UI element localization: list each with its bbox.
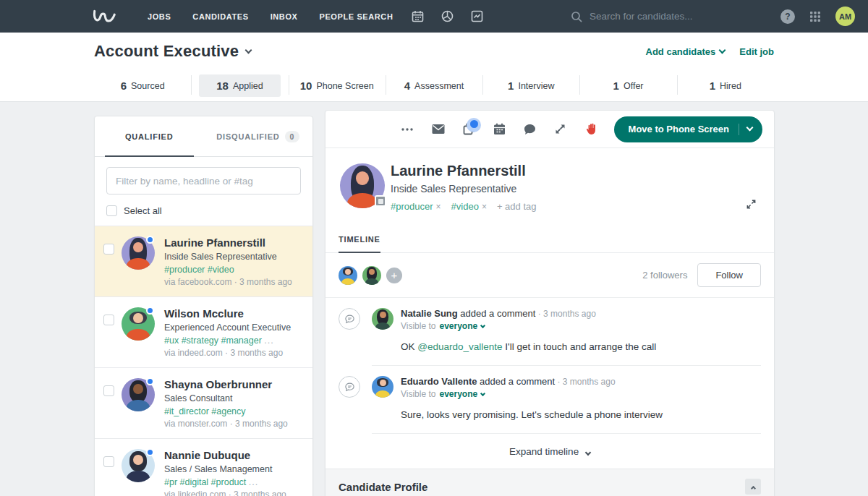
candidate-avatar (122, 236, 155, 270)
source-badge-icon (375, 195, 386, 207)
candidate-avatar (122, 378, 155, 411)
nav-item-inbox[interactable]: INBOX (271, 12, 298, 21)
analytics-icon[interactable] (471, 10, 483, 22)
disqualified-count-badge: 0 (285, 131, 300, 142)
tab-disqualified[interactable]: DISQUALIFIED 0 (204, 116, 313, 156)
nav-item-people-search[interactable]: PEOPLE SEARCH (320, 12, 393, 21)
list-item-nannie[interactable]: Nannie Dubuque Sales / Sales Management … (95, 438, 312, 496)
top-navbar: JOBS CANDIDATES INBOX PEOPLE SEARCH Sear… (0, 0, 868, 33)
comment-event-icon (339, 376, 360, 398)
checkbox-icon[interactable] (103, 244, 114, 255)
primary-nav: JOBS CANDIDATES INBOX PEOPLE SEARCH (148, 12, 393, 21)
candidate-avatar-large (340, 163, 385, 208)
candidate-header: Laurine Pfannerstill Inside Sales Repres… (326, 148, 774, 222)
follower-avatar[interactable] (339, 266, 357, 285)
comment-icon[interactable] (524, 124, 536, 135)
stage-interview[interactable]: 1 Interview (482, 70, 579, 101)
chevron-down-icon (746, 124, 754, 132)
list-item-wilson[interactable]: Wilson Mcclure Experienced Account Execu… (95, 296, 312, 367)
tag-producer[interactable]: #producer× (391, 201, 441, 212)
stage-offer[interactable]: 1 Offer (579, 70, 676, 101)
disqualify-hand-icon[interactable] (584, 122, 598, 136)
expand-timeline-button[interactable]: Expand timeline (326, 434, 774, 469)
tab-qualified[interactable]: QUALIFIED (95, 116, 204, 156)
candidate-toolbar: Move to Phone Screen (326, 111, 774, 148)
chevron-down-icon (480, 322, 485, 328)
remove-tag-icon[interactable]: × (436, 202, 441, 212)
remove-tag-icon[interactable]: × (482, 202, 487, 212)
add-candidates-button[interactable]: Add candidates (646, 46, 726, 57)
tag-video[interactable]: #video× (451, 201, 487, 212)
commenter-name: Eduardo Vallente (401, 376, 477, 387)
evaluation-icon[interactable] (463, 123, 475, 135)
calendar-icon[interactable] (412, 10, 424, 22)
timeline-event: Natalie Sung added a comment · 3 months … (326, 298, 774, 365)
select-all-checkbox[interactable]: Select all (95, 194, 312, 226)
add-follower-button[interactable]: + (386, 268, 402, 283)
expand-fullscreen-icon[interactable] (746, 199, 757, 213)
schedule-icon[interactable] (493, 123, 506, 135)
stage-assessment[interactable]: 4 Assessment (386, 70, 482, 101)
candidate-detail-panel: Move to Phone Screen Laurine Pfannerstil… (325, 110, 775, 496)
commenter-avatar (372, 376, 393, 398)
list-item-laurine[interactable]: Laurine Pfannerstill Inside Sales Repres… (95, 226, 312, 296)
visibility-dropdown[interactable]: everyone (439, 321, 485, 331)
move-to-phone-screen-button[interactable]: Move to Phone Screen (614, 116, 762, 142)
candidate-profile-section-header[interactable]: Candidate Profile (326, 469, 774, 496)
commenter-avatar (372, 308, 393, 330)
stage-hired[interactable]: 1 Hired (677, 70, 774, 101)
presence-dot-icon (146, 236, 154, 244)
section-title: Candidate Profile (339, 481, 427, 493)
stage-applied[interactable]: 18 Applied (191, 70, 288, 101)
presence-dot-icon (146, 377, 154, 385)
follower-avatar[interactable] (362, 266, 381, 285)
comment-body: Sure, looks very promising. Let's schedu… (401, 409, 761, 420)
presence-dot-icon (146, 307, 154, 315)
follow-button[interactable]: Follow (697, 263, 761, 287)
pipeline-stages: 6 Sourced 18 Applied 10 Phone Screen 4 A… (94, 70, 774, 101)
chevron-up-icon (750, 485, 755, 490)
chevron-down-icon (480, 390, 485, 395)
chevron-down-icon (719, 46, 726, 54)
mention-link[interactable]: @eduardo_vallente (417, 341, 502, 352)
notification-dot-icon (470, 120, 478, 128)
help-icon[interactable]: ? (780, 9, 795, 24)
chevron-down-icon (245, 46, 252, 54)
followers-row: + 2 followers Follow (326, 253, 774, 298)
checkbox-icon[interactable] (103, 456, 114, 467)
nav-item-candidates[interactable]: CANDIDATES (192, 12, 248, 21)
workable-logo-icon[interactable] (91, 8, 123, 25)
detail-tabs: TIMELINE (326, 222, 774, 253)
candidate-headline: Inside Sales Representative (391, 183, 761, 194)
list-item-shayna[interactable]: Shayna Oberbrunner Sales Consultant #it_… (95, 367, 312, 438)
user-avatar[interactable]: AM (835, 7, 855, 26)
candidate-avatar (122, 449, 155, 482)
checkbox-icon[interactable] (103, 385, 114, 396)
edit-job-button[interactable]: Edit job (739, 46, 774, 57)
add-tag-button[interactable]: + add tag (497, 201, 537, 212)
email-icon[interactable] (432, 124, 445, 134)
search-placeholder: Search for candidates... (590, 11, 693, 22)
collapse-section-button[interactable] (745, 479, 761, 495)
checkbox-icon[interactable] (106, 205, 117, 216)
nav-item-jobs[interactable]: JOBS (148, 12, 171, 21)
more-actions-icon[interactable] (401, 124, 414, 135)
tab-timeline[interactable]: TIMELINE (339, 235, 380, 253)
transfer-icon[interactable] (554, 123, 566, 135)
presence-dot-icon (146, 448, 154, 456)
candidate-list-panel: QUALIFIED DISQUALIFIED 0 Select all Laur… (94, 116, 313, 496)
followers-count: 2 followers (642, 270, 687, 281)
candidate-name: Laurine Pfannerstill (391, 163, 761, 179)
candidate-list: Laurine Pfannerstill Inside Sales Repres… (95, 226, 312, 496)
candidate-avatar (122, 307, 155, 341)
stage-sourced[interactable]: 6 Sourced (94, 70, 191, 101)
reports-pie-icon[interactable] (441, 10, 454, 22)
checkbox-icon[interactable] (103, 315, 114, 325)
comment-event-icon (339, 308, 360, 330)
visibility-dropdown[interactable]: everyone (439, 389, 485, 399)
apps-grid-icon[interactable] (809, 11, 821, 22)
filter-input[interactable] (106, 167, 301, 194)
job-title-dropdown[interactable]: Account Executive (94, 42, 251, 61)
global-search-input[interactable]: Search for candidates... (571, 11, 730, 22)
stage-phone-screen[interactable]: 10 Phone Screen (289, 70, 386, 101)
